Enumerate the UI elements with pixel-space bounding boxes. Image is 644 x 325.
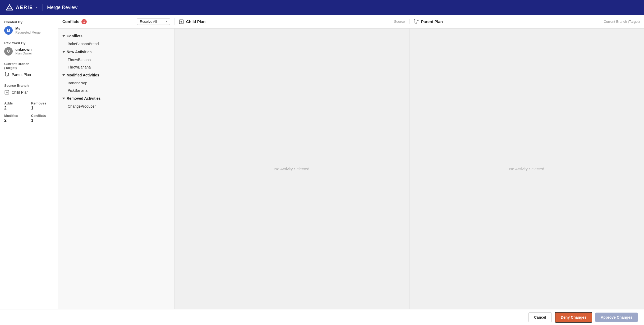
svg-point-3 xyxy=(5,72,6,73)
modifies-value: 2 xyxy=(4,118,27,123)
conflicts-stat: Conflicts 1 xyxy=(31,114,54,123)
aerie-logo-icon xyxy=(5,3,14,12)
logo[interactable]: AERIE xyxy=(5,3,38,12)
list-item[interactable]: ThrowBanana xyxy=(58,56,174,63)
conflicts-header-title: Conflicts xyxy=(62,19,79,24)
conflicts-stat-label: Conflicts xyxy=(31,114,54,118)
reviewed-by-section: Reviewed By U unknown Plan Owner xyxy=(4,41,54,56)
reviewed-by-name: unknown xyxy=(15,47,32,52)
main-layout: Created By M Me Requested Merge Reviewed… xyxy=(0,15,644,309)
source-branch-item: Child Plan xyxy=(4,90,54,95)
reviewed-by-user: U unknown Plan Owner xyxy=(4,47,54,56)
parent-plan-detail-panel: No Activity Selected xyxy=(410,29,644,309)
source-branch-section: Source Branch Child Plan xyxy=(4,84,54,95)
conflicts-section: Conflicts BakeBananaBread xyxy=(58,32,174,48)
created-by-name: Me xyxy=(15,26,40,31)
list-item[interactable]: BananaNap xyxy=(58,79,174,87)
list-item[interactable]: ThrowBanana xyxy=(58,63,174,71)
current-branch-label: Current Branch(Target) xyxy=(4,62,54,70)
svg-point-7 xyxy=(414,19,415,20)
modified-activities-section: Modified Activities BananaNap PickBanana xyxy=(58,71,174,94)
conflicts-label-group: Conflicts 1 xyxy=(62,19,87,24)
content-area: Conflicts 1 Resolve All Accept Source Ac… xyxy=(58,15,644,309)
removed-activities-section-title: Removed Activities xyxy=(67,96,101,100)
new-activities-section: New Activities ThrowBanana ThrowBanana xyxy=(58,48,174,71)
conflicts-column-header: Conflicts 1 Resolve All Accept Source Ac… xyxy=(58,18,174,25)
removes-stat: Removes 1 xyxy=(31,101,54,111)
list-item[interactable]: ChangeProducer xyxy=(58,103,174,110)
created-by-info: Me Requested Merge xyxy=(15,26,40,34)
modifies-label: Modifies xyxy=(4,114,27,118)
conflicts-triangle-icon xyxy=(62,35,65,37)
removed-activities-section-header[interactable]: Removed Activities xyxy=(58,94,174,103)
adds-value: 2 xyxy=(4,106,27,111)
child-plan-column-header: Child Plan Source xyxy=(174,19,410,24)
conflicts-section-header[interactable]: Conflicts xyxy=(58,32,174,40)
child-plan-header-title: Child Plan xyxy=(186,19,205,24)
created-by-subtitle: Requested Merge xyxy=(15,31,40,34)
modified-activities-triangle-icon xyxy=(62,74,65,76)
conflicts-section-title: Conflicts xyxy=(67,34,82,38)
child-plan-detail-panel: No Activity Selected xyxy=(174,29,410,309)
removed-activities-section: Removed Activities ChangeProducer xyxy=(58,94,174,110)
child-plan-icon xyxy=(4,90,10,95)
approve-changes-button[interactable]: Approve Changes xyxy=(595,313,638,322)
child-plan-header-icon xyxy=(179,19,184,24)
child-plan-header-sub: Source xyxy=(394,20,405,24)
resolve-all-select[interactable]: Resolve All Accept Source Accept Target xyxy=(137,18,170,25)
chevron-down-icon xyxy=(35,6,38,9)
created-by-user: M Me Requested Merge xyxy=(4,26,54,35)
current-branch-item: Parent Plan xyxy=(4,72,54,77)
cancel-button[interactable]: Cancel xyxy=(528,312,552,322)
footer: Cancel Deny Changes Approve Changes xyxy=(0,309,644,325)
parent-plan-column-header: Parent Plan Current Branch (Target) xyxy=(410,19,644,24)
modifies-stat: Modifies 2 xyxy=(4,114,27,123)
new-activities-triangle-icon xyxy=(62,51,65,53)
logo-text: AERIE xyxy=(16,5,33,10)
reviewed-by-label: Reviewed By xyxy=(4,41,54,45)
header-title: Merge Review xyxy=(47,5,77,10)
merge-icon xyxy=(4,72,10,77)
reviewed-by-subtitle: Plan Owner xyxy=(15,52,32,55)
modified-activities-section-title: Modified Activities xyxy=(67,73,99,77)
source-branch-label: Source Branch xyxy=(4,84,54,88)
sidebar: Created By M Me Requested Merge Reviewed… xyxy=(0,15,58,309)
activities-panel: Conflicts BakeBananaBread New Activities… xyxy=(58,29,174,309)
column-headers: Conflicts 1 Resolve All Accept Source Ac… xyxy=(58,15,644,29)
removes-label: Removes xyxy=(31,101,54,105)
header-divider xyxy=(43,4,43,11)
parent-no-activity-text: No Activity Selected xyxy=(509,167,544,171)
parent-plan-header-title: Parent Plan xyxy=(421,19,443,24)
created-by-section: Created By M Me Requested Merge xyxy=(4,20,54,35)
source-branch-name: Child Plan xyxy=(12,90,29,94)
modified-activities-section-header[interactable]: Modified Activities xyxy=(58,71,174,79)
parent-plan-header-icon xyxy=(414,19,419,24)
removed-activities-triangle-icon xyxy=(62,98,65,99)
list-item[interactable]: BakeBananaBread xyxy=(58,40,174,48)
child-no-activity-text: No Activity Selected xyxy=(274,167,309,171)
detail-panels: No Activity Selected No Activity Selecte… xyxy=(174,29,644,309)
adds-label: Adds xyxy=(4,101,27,105)
panels: Conflicts BakeBananaBread New Activities… xyxy=(58,29,644,309)
conflicts-stat-value: 1 xyxy=(31,118,54,123)
list-item[interactable]: PickBanana xyxy=(58,87,174,94)
created-by-avatar: M xyxy=(4,26,13,35)
created-by-label: Created By xyxy=(4,20,54,24)
reviewed-by-info: unknown Plan Owner xyxy=(15,47,32,55)
current-branch-section: Current Branch(Target) Parent Plan xyxy=(4,62,54,77)
current-branch-name: Parent Plan xyxy=(12,72,31,77)
new-activities-section-header[interactable]: New Activities xyxy=(58,48,174,56)
deny-changes-button[interactable]: Deny Changes xyxy=(555,312,592,323)
new-activities-section-title: New Activities xyxy=(67,50,91,54)
adds-stat: Adds 2 xyxy=(4,101,27,111)
svg-marker-0 xyxy=(6,5,13,10)
header: AERIE Merge Review xyxy=(0,0,644,15)
parent-plan-header-sub: Current Branch (Target) xyxy=(604,20,640,24)
stats-grid: Adds 2 Removes 1 Modifies 2 Conflicts 1 xyxy=(4,101,54,123)
conflicts-count-badge: 1 xyxy=(81,19,87,24)
removes-value: 1 xyxy=(31,106,54,111)
reviewed-by-avatar: U xyxy=(4,47,13,56)
